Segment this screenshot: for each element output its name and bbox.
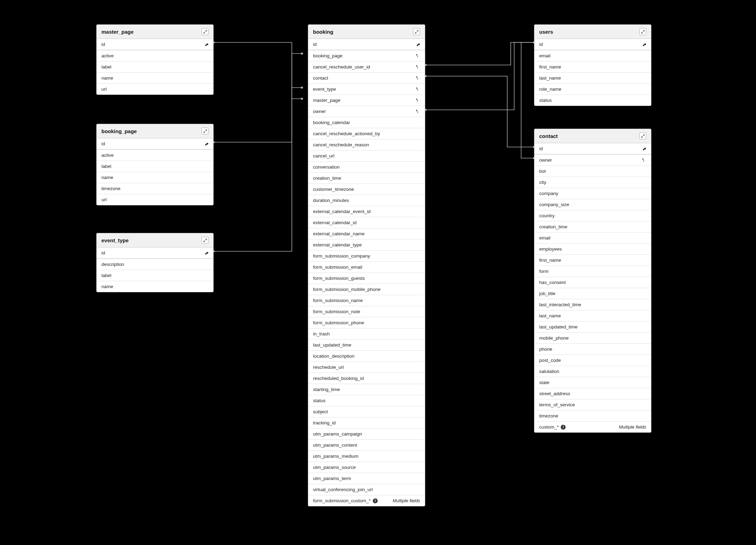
table-event_type: event_typeiddescriptionlabelname (96, 233, 214, 292)
foreign-key-icon (416, 87, 420, 91)
field-row: cancel_url (308, 150, 425, 161)
field-name: duration_minutes (313, 198, 349, 203)
table-header: booking (308, 25, 425, 39)
field-name: id (313, 42, 317, 47)
expand-icon[interactable] (413, 28, 420, 35)
field-row: id (97, 138, 213, 149)
field-name: role_name (539, 87, 561, 92)
field-name: starting_time (313, 387, 340, 392)
field-name: first_name (539, 64, 561, 70)
primary-key-icon (204, 42, 208, 47)
field-row: external_calendar_type (308, 239, 425, 250)
svg-point-1 (301, 98, 303, 100)
field-name: in_trash (313, 331, 330, 336)
field-name: utm_params_medium (313, 454, 359, 459)
field-name: utm_params_source (313, 465, 356, 470)
field-row: last_updated_time (534, 321, 651, 332)
field-row: booking_page (308, 50, 425, 61)
field-name: virtual_conferencing_join_url (313, 487, 373, 492)
primary-key-icon (642, 147, 646, 151)
table-contact: contactidownerbotcitycompanycompany_size… (534, 129, 651, 433)
field-name: id (101, 250, 105, 255)
field-row: active (97, 149, 213, 161)
field-row: customer_timezone (308, 184, 425, 195)
field-name: external_calendar_id (313, 220, 356, 225)
field-name: country (539, 213, 554, 218)
field-name: external_calendar_type (313, 242, 362, 247)
field-row: label (97, 161, 213, 172)
field-name: utm_params_content (313, 442, 357, 448)
field-row: form_submission_note (308, 306, 425, 317)
field-name: form_submission_company (313, 253, 370, 259)
field-name: location_description (313, 353, 354, 359)
field-name: event_type (313, 87, 336, 92)
field-name: owner (313, 109, 326, 114)
field-name: company (539, 191, 558, 196)
field-name: has_consent (539, 280, 566, 285)
field-name: id (101, 141, 105, 146)
field-name: cancel_reschedule_actioned_by (313, 131, 380, 136)
field-row: id (534, 143, 651, 154)
field-row: state (534, 377, 651, 388)
field-name: creation_time (539, 224, 567, 229)
expand-icon[interactable] (639, 28, 646, 35)
field-name: form_submission_guests (313, 276, 365, 281)
multiple-fields-label: Multiple fields (619, 424, 646, 430)
field-row: form_submission_mobile_phone (308, 284, 425, 295)
field-row: id (97, 247, 213, 259)
field-name: active (101, 153, 114, 158)
field-row: form_submission_phone (308, 317, 425, 328)
field-row: external_calendar_name (308, 228, 425, 239)
field-row: rescheduled_booking_id (308, 373, 425, 384)
field-name: terms_of_service (539, 402, 575, 407)
field-row: first_name (534, 254, 651, 266)
expand-icon[interactable] (202, 237, 208, 244)
field-row: conversation (308, 161, 425, 172)
field-row: duration_minutes (308, 195, 425, 206)
field-name: cancel_reschedule_reason (313, 142, 369, 147)
field-name: city (539, 180, 546, 185)
field-row: cancel_reschedule_user_id (308, 61, 425, 72)
field-row: utm_params_content (308, 439, 425, 450)
field-name: company_size (539, 202, 569, 207)
svg-point-3 (301, 52, 303, 55)
field-row: form (534, 266, 651, 277)
field-name: id (539, 146, 543, 151)
field-name: state (539, 380, 549, 385)
field-name: employees (539, 246, 562, 252)
info-icon[interactable]: i (373, 498, 378, 503)
table-title: contact (539, 133, 558, 139)
field-name: cancel_url (313, 153, 335, 158)
field-row: starting_time (308, 384, 425, 395)
field-name: last_name (539, 75, 561, 81)
field-name: conversation (313, 164, 340, 170)
table-title: master_page (101, 29, 134, 35)
info-icon[interactable]: i (561, 425, 566, 430)
field-row: email (534, 232, 651, 243)
field-row: id (308, 39, 425, 50)
field-name: form_submission_phone (313, 320, 364, 325)
field-name: utm_params_campaign (313, 431, 362, 437)
foreign-key-icon (416, 109, 420, 114)
field-name: subject (313, 409, 328, 414)
table-header: master_page (97, 25, 213, 39)
field-name: utm_params_term (313, 476, 351, 481)
field-name: label (101, 64, 112, 70)
expand-icon[interactable] (202, 28, 208, 35)
expand-icon[interactable] (639, 132, 646, 139)
field-name: email (539, 53, 550, 58)
expand-icon[interactable] (202, 128, 208, 135)
table-title: booking (313, 29, 333, 35)
field-row: form_submission_name (308, 295, 425, 306)
field-row: active (97, 50, 213, 61)
field-row: timezone (97, 183, 213, 194)
field-row: last_name (534, 310, 651, 321)
field-row: external_calendar_event_id (308, 206, 425, 217)
field-name: description (101, 262, 124, 267)
svg-point-5 (301, 87, 303, 89)
field-name: form_submission_custom_* (313, 498, 371, 503)
field-name: last_interacted_time (539, 302, 581, 307)
field-row: utm_params_medium (308, 450, 425, 462)
field-name: last_updated_time (313, 342, 351, 348)
field-name: form_submission_name (313, 298, 363, 303)
